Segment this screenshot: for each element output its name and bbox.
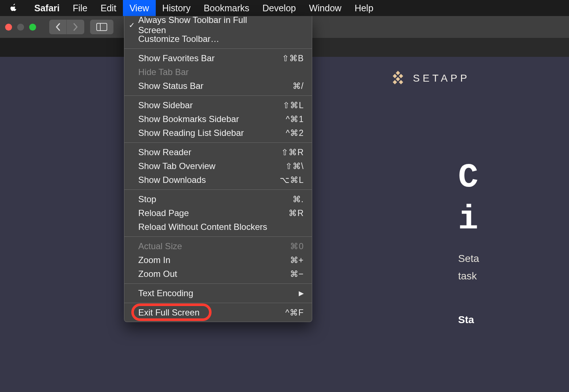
show-sidebar-button[interactable] [90, 20, 113, 34]
menu-item-label: Customize Toolbar… [138, 34, 271, 44]
menu-item-shortcut: ⌘+ [271, 255, 304, 265]
checkmark-icon: ✓ [129, 21, 135, 30]
menu-item-show-bookmarks-sidebar[interactable]: Show Bookmarks Sidebar^⌘1 [124, 112, 312, 126]
menu-item-show-reader[interactable]: Show Reader⇧⌘R [124, 145, 312, 159]
menu-item-show-tab-overview[interactable]: Show Tab Overview⇧⌘\ [124, 159, 312, 173]
menu-item-customize-toolbar[interactable]: Customize Toolbar… [124, 32, 312, 46]
menu-item-zoom-in[interactable]: Zoom In⌘+ [124, 253, 312, 267]
page-start-text: Sta [458, 314, 474, 326]
menu-item-label: Show Downloads [138, 175, 271, 185]
menu-item-shortcut: ⌘0 [271, 242, 304, 251]
view-menu-dropdown: ✓Always Show Toolbar in Full ScreenCusto… [124, 16, 312, 322]
menu-item-label: Actual Size [138, 241, 271, 251]
menu-item-label: Exit Full Screen [138, 307, 271, 318]
menu-item-shortcut: ⌘/ [271, 81, 304, 91]
menu-item-label: Text Encoding [138, 288, 299, 298]
menu-item-shortcut: ^⌘2 [271, 128, 304, 138]
menu-item-zoom-out[interactable]: Zoom Out⌘− [124, 267, 312, 281]
page-subtext: Seta task [458, 250, 479, 285]
menu-item-show-downloads[interactable]: Show Downloads⌥⌘L [124, 173, 312, 187]
menu-item-shortcut: ⇧⌘\ [271, 161, 304, 171]
setapp-brand-text: SETAPP [413, 72, 470, 84]
apple-icon [9, 3, 18, 11]
menu-item-exit-full-screen[interactable]: Exit Full Screen^⌘F [124, 306, 312, 320]
menubar-app-name[interactable]: Safari [28, 0, 66, 16]
menu-item-label: Hide Tab Bar [138, 67, 271, 77]
menu-separator [124, 95, 312, 96]
menu-item-label: Reload Page [138, 208, 271, 218]
menu-item-label: Show Favorites Bar [138, 53, 271, 63]
close-window-button[interactable] [5, 24, 12, 31]
svg-rect-7 [399, 80, 403, 85]
svg-rect-5 [396, 77, 400, 81]
menu-item-show-status-bar[interactable]: Show Status Bar⌘/ [124, 79, 312, 93]
chevron-left-icon [55, 23, 61, 31]
menubar-item-window[interactable]: Window [302, 0, 348, 16]
menu-item-show-reading-list-sidebar[interactable]: Show Reading List Sidebar^⌘2 [124, 126, 312, 140]
page-heading: C i [458, 157, 478, 240]
setapp-logo[interactable]: SETAPP [390, 71, 470, 86]
menu-separator [124, 142, 312, 143]
menu-item-shortcut: ⌘. [271, 195, 304, 204]
menu-item-label: Show Reader [138, 147, 271, 157]
tab-inactive-region [0, 38, 124, 57]
menu-item-label: Zoom Out [138, 269, 271, 279]
menu-separator [124, 236, 312, 237]
menubar-item-develop[interactable]: Develop [256, 0, 302, 16]
menu-item-show-sidebar[interactable]: Show Sidebar⇧⌘L [124, 98, 312, 112]
svg-rect-0 [97, 23, 107, 31]
menu-item-shortcut: ⌥⌘L [271, 175, 304, 185]
menu-item-label: Reload Without Content Blockers [138, 222, 271, 232]
nav-buttons [49, 20, 84, 34]
menu-item-stop[interactable]: Stop⌘. [124, 192, 312, 206]
menubar-item-edit[interactable]: Edit [94, 0, 123, 16]
minimize-window-button[interactable] [17, 24, 24, 31]
window-controls [5, 24, 36, 31]
svg-rect-6 [393, 80, 397, 85]
submenu-arrow-icon: ▶ [299, 289, 304, 297]
menu-item-label: Show Bookmarks Sidebar [138, 114, 271, 124]
menu-item-shortcut: ⌘− [271, 269, 304, 279]
sidebar-icon [96, 23, 107, 31]
menubar: Safari FileEditViewHistoryBookmarksDevel… [0, 0, 569, 16]
menu-item-label: Show Sidebar [138, 100, 271, 110]
menu-item-shortcut: ⇧⌘B [271, 54, 304, 63]
menu-item-shortcut: ⇧⌘L [271, 101, 304, 110]
menubar-item-view[interactable]: View [123, 0, 156, 16]
menu-item-label: Show Tab Overview [138, 161, 271, 171]
menu-item-hide-tab-bar: Hide Tab Bar [124, 65, 312, 79]
menubar-item-bookmarks[interactable]: Bookmarks [197, 0, 256, 16]
menubar-item-help[interactable]: Help [348, 0, 380, 16]
menubar-item-file[interactable]: File [66, 0, 94, 16]
menu-item-reload-page[interactable]: Reload Page⌘R [124, 206, 312, 220]
setapp-icon [390, 71, 406, 86]
fullscreen-window-button[interactable] [29, 24, 36, 31]
menu-separator [124, 303, 312, 303]
chevron-right-icon [73, 23, 78, 31]
menu-item-label: Zoom In [138, 255, 271, 265]
menu-item-always-show-toolbar-in-full-screen[interactable]: ✓Always Show Toolbar in Full Screen [124, 18, 312, 32]
apple-menu[interactable] [9, 3, 28, 13]
menu-item-shortcut: ^⌘1 [271, 114, 304, 124]
menu-item-show-favorites-bar[interactable]: Show Favorites Bar⇧⌘B [124, 51, 312, 65]
menubar-item-history[interactable]: History [156, 0, 197, 16]
menu-item-shortcut: ⌘R [271, 208, 304, 218]
menu-item-reload-without-content-blockers[interactable]: Reload Without Content Blockers [124, 220, 312, 234]
menu-separator [124, 48, 312, 49]
svg-rect-2 [396, 71, 400, 75]
svg-rect-3 [393, 74, 397, 78]
forward-button[interactable] [67, 20, 84, 34]
menu-item-label: Stop [138, 194, 271, 204]
menu-item-label: Show Status Bar [138, 81, 271, 91]
menu-item-actual-size: Actual Size⌘0 [124, 239, 312, 253]
menu-item-shortcut: ⇧⌘R [271, 148, 304, 157]
menu-item-text-encoding[interactable]: Text Encoding▶ [124, 286, 312, 300]
menu-separator [124, 189, 312, 190]
menu-item-shortcut: ^⌘F [271, 308, 304, 318]
back-button[interactable] [49, 20, 67, 34]
menu-item-label: Show Reading List Sidebar [138, 128, 271, 138]
menu-separator [124, 283, 312, 284]
svg-rect-4 [399, 74, 403, 78]
